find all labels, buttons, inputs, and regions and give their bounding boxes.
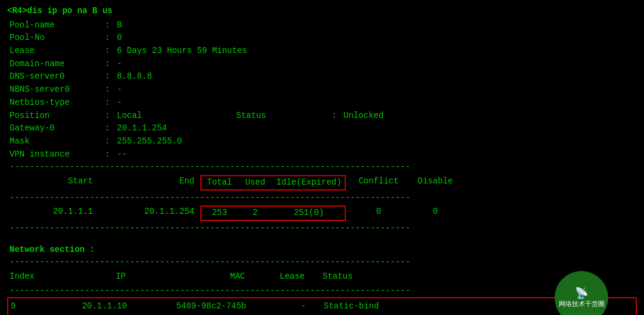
dns-server-row: DNS-server0 : 8.8.8.8 (7, 70, 637, 83)
net-col-index-header: Index (10, 270, 51, 283)
nbns-server-row: NBNS-server0 : - (7, 83, 637, 96)
col-start-header: Start (10, 175, 105, 191)
vpn-row: VPN instance : -- (7, 148, 637, 161)
col-conflict-header: Conflict (346, 175, 411, 191)
colon: : (105, 83, 117, 96)
lease-value: 6 Days 23 Hours 59 Minutes (117, 45, 247, 58)
command-line: <R4>dis ip po na B us (7, 5, 637, 18)
colon: : (105, 148, 117, 161)
gateway-label: Gateway-0 (10, 122, 105, 135)
col-used-header: Used (237, 176, 273, 189)
col-total-data: 253 (202, 207, 237, 220)
pool-name-value: B (117, 19, 122, 32)
colon: : (105, 110, 117, 123)
net-row1-mac: 5489-98c2-745b (145, 300, 264, 313)
colon: : (105, 135, 117, 148)
vpn-value: -- (117, 148, 127, 161)
net-col-mac-header: MAC (144, 270, 263, 283)
vpn-label: VPN instance (10, 148, 105, 161)
domain-name-row: Domain-name : - (7, 58, 637, 71)
col-idle-header: Idle(Expired) (273, 176, 345, 189)
network-section-title: Network section : (7, 244, 637, 257)
col-disable-header: Disable (411, 175, 459, 191)
colon: : (105, 70, 117, 83)
dns-server-label: DNS-server0 (10, 70, 105, 83)
domain-name-label: Domain-name (10, 58, 105, 71)
colon: : (105, 122, 117, 135)
net-col-lease-header: Lease (263, 270, 317, 283)
mask-value: 255.255.255.0 (117, 135, 182, 148)
position-value: Local (117, 110, 236, 123)
col-conflict-data: 0 (346, 205, 411, 221)
colon: : (105, 58, 117, 71)
pool-no-row: Pool-No : 0 (7, 32, 637, 45)
net-row1-ip: 20.1.1.10 (52, 300, 145, 313)
terminal: <R4>dis ip po na B us Pool-name : B Pool… (0, 0, 644, 315)
net-data-box: 9 20.1.1.10 5489-98c2-745b - Static-bind… (7, 297, 637, 315)
divider-5: ----------------------------------------… (7, 285, 637, 298)
pool-no-value: 0 (117, 32, 122, 45)
nbns-server-label: NBNS-server0 (10, 83, 105, 96)
divider-3: ----------------------------------------… (7, 222, 637, 235)
lease-label: Lease (10, 45, 105, 58)
netbios-type-label: Netbios-type (10, 96, 105, 110)
command-text: <R4>dis ip po na B us (7, 6, 112, 15)
netbios-type-row: Netbios-type : - (7, 96, 637, 110)
nbns-server-value: - (117, 83, 122, 96)
pool-name-row: Pool-name : B (7, 19, 637, 32)
net-row1-index: 9 (11, 300, 52, 313)
colon: : (105, 45, 117, 58)
divider-1: ----------------------------------------… (7, 161, 637, 174)
status-label: Status (236, 110, 332, 123)
position-row: Position : Local Status : Unlocked (7, 110, 637, 123)
divider-4: ----------------------------------------… (7, 256, 637, 269)
position-label: Position (10, 110, 105, 123)
mask-row: Mask : 255.255.255.0 (7, 135, 637, 148)
status-value: Unlocked (343, 110, 383, 123)
net-row1-lease: - (264, 300, 318, 313)
net-table-header-row: Index IP MAC Lease Status (7, 269, 637, 285)
pool-no-label: Pool-No (10, 32, 105, 45)
col-end-header: End (105, 175, 200, 191)
colon: : (105, 32, 117, 45)
net-col-ip-header: IP (51, 270, 144, 283)
net-row1-status: Static-bind (318, 300, 401, 313)
col-idle-data: 251(0) (273, 207, 345, 220)
net-col-status-header: Status (317, 270, 400, 283)
gateway-value: 20.1.1.254 (117, 122, 167, 135)
colon: : (105, 96, 117, 110)
table-header-row: Start End Total Used Idle(Expired) Confl… (7, 174, 637, 192)
divider-2: ----------------------------------------… (7, 192, 637, 205)
col-total-header: Total (202, 176, 237, 189)
col-disable-data: 0 (411, 205, 459, 221)
col-used-data: 2 (237, 207, 273, 220)
domain-name-value: - (117, 58, 122, 71)
netbios-type-value: - (117, 96, 122, 110)
gateway-row: Gateway-0 : 20.1.1.254 (7, 122, 637, 135)
col-start-data: 20.1.1.1 (10, 205, 105, 221)
table-data-row: 20.1.1.1 20.1.1.254 253 2 251(0) 0 0 (7, 204, 637, 222)
colon: : (105, 19, 117, 32)
pool-name-label: Pool-name (10, 19, 105, 32)
mask-label: Mask (10, 135, 105, 148)
lease-row: Lease : 6 Days 23 Hours 59 Minutes (7, 45, 637, 58)
dns-server-value: 8.8.8.8 (117, 70, 152, 83)
net-table-row-1: 9 20.1.1.10 5489-98c2-745b - Static-bind (11, 300, 636, 314)
colon: : (332, 110, 343, 123)
col-end-data: 20.1.1.254 (105, 205, 200, 221)
